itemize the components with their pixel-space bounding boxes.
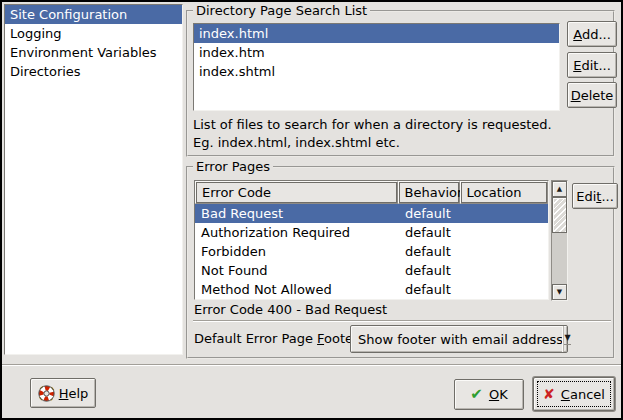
description-line-2: Eg. index.html, index.shtml etc. xyxy=(193,134,552,152)
table-row[interactable]: Forbidden default xyxy=(195,242,548,261)
error-code-status-text: Error Code 400 - Bad Request xyxy=(194,301,387,318)
column-header-behavior[interactable]: Behavior xyxy=(398,181,460,204)
ok-check-icon: ✔ xyxy=(470,387,483,402)
cell-behavior: default xyxy=(399,242,461,261)
edit-file-button[interactable]: Edit... xyxy=(567,52,617,78)
description-line-1: List of files to search for when a direc… xyxy=(193,116,552,134)
ok-button[interactable]: ✔ OK xyxy=(454,379,524,410)
file-list-description: List of files to search for when a direc… xyxy=(193,116,552,152)
table-row[interactable]: Method Not Allowed default xyxy=(195,280,548,299)
file-list-item[interactable]: index.html xyxy=(194,24,559,43)
file-list-item[interactable]: index.shtml xyxy=(194,62,559,81)
table-header-row: Error Code Behavior Location xyxy=(195,181,548,204)
directory-file-list: index.html index.htm index.shtml xyxy=(193,23,560,111)
default-error-page-footer-dropdown[interactable]: Show footer with email address ▼ xyxy=(350,325,568,353)
table-vertical-scrollbar[interactable]: ▲ ▼ xyxy=(551,180,568,301)
directory-frame-title: Directory Page Search List xyxy=(193,3,370,18)
add-button[interactable]: Add... xyxy=(567,21,617,47)
dropdown-selected-value: Show footer with email address xyxy=(351,332,563,347)
cell-location xyxy=(461,204,544,223)
edit-error-page-button[interactable]: Edit... xyxy=(572,183,618,209)
help-lifesaver-icon xyxy=(38,385,55,402)
directory-page-search-list-frame: Directory Page Search List index.html in… xyxy=(186,10,615,157)
cell-error-code: Not Found xyxy=(195,261,399,280)
sidebar-item-site-configuration[interactable]: Site Configuration xyxy=(5,5,182,24)
cell-error-code: Forbidden xyxy=(195,242,399,261)
sidebar-item-directories[interactable]: Directories xyxy=(5,62,182,81)
edit-file-button-label: Edit... xyxy=(573,58,611,73)
delete-button[interactable]: Delete xyxy=(567,82,617,108)
table-row[interactable]: Not Found default xyxy=(195,261,548,280)
file-list-item[interactable]: index.htm xyxy=(194,43,559,62)
category-list: Site Configuration Logging Environment V… xyxy=(4,4,183,355)
scrollbar-up-icon[interactable]: ▲ xyxy=(552,181,567,197)
column-header-location[interactable]: Location xyxy=(460,181,548,204)
delete-button-label: Delete xyxy=(571,88,614,103)
sidebar-item-environment-variables[interactable]: Environment Variables xyxy=(5,43,182,62)
cell-location xyxy=(461,280,544,299)
error-frame-title: Error Pages xyxy=(193,159,273,174)
sidebar-item-logging[interactable]: Logging xyxy=(5,24,182,43)
help-button[interactable]: Help xyxy=(30,378,96,408)
edit-error-page-button-label: Edit... xyxy=(576,189,614,204)
cell-behavior: default xyxy=(399,204,461,223)
cancel-button-label: Cancel xyxy=(561,387,605,402)
footer-separator xyxy=(193,320,611,322)
cancel-button[interactable]: ✘ Cancel xyxy=(533,377,615,411)
cell-location xyxy=(461,223,544,242)
error-pages-table: Error Code Behavior Location Bad Request… xyxy=(194,180,549,300)
scrollbar-thumb[interactable] xyxy=(552,197,567,233)
cancel-x-icon: ✘ xyxy=(543,387,555,401)
cell-error-code: Authorization Required xyxy=(195,223,399,242)
cell-behavior: default xyxy=(399,261,461,280)
cell-error-code: Method Not Allowed xyxy=(195,280,399,299)
cell-error-code: Bad Request xyxy=(195,204,399,223)
combo-dropdown-arrow-icon[interactable]: ▼ xyxy=(563,326,571,352)
cell-behavior: default xyxy=(399,280,461,299)
table-row[interactable]: Authorization Required default xyxy=(195,223,548,242)
cell-behavior: default xyxy=(399,223,461,242)
scrollbar-down-icon[interactable]: ▼ xyxy=(552,284,567,300)
http-configuration-dialog: Site Configuration Logging Environment V… xyxy=(0,0,623,420)
action-area-separator xyxy=(2,364,621,366)
cell-location xyxy=(461,242,544,261)
table-row[interactable]: Bad Request default xyxy=(195,204,548,223)
help-button-label: Help xyxy=(59,386,89,401)
cell-location xyxy=(461,261,544,280)
default-error-page-footer-label: Default Error Page Footer: xyxy=(194,330,363,347)
add-button-label: Add... xyxy=(573,27,611,42)
column-header-error-code[interactable]: Error Code xyxy=(195,181,398,204)
ok-button-label: OK xyxy=(489,387,508,402)
error-pages-frame: Error Pages Error Code Behavior Location… xyxy=(186,166,615,359)
